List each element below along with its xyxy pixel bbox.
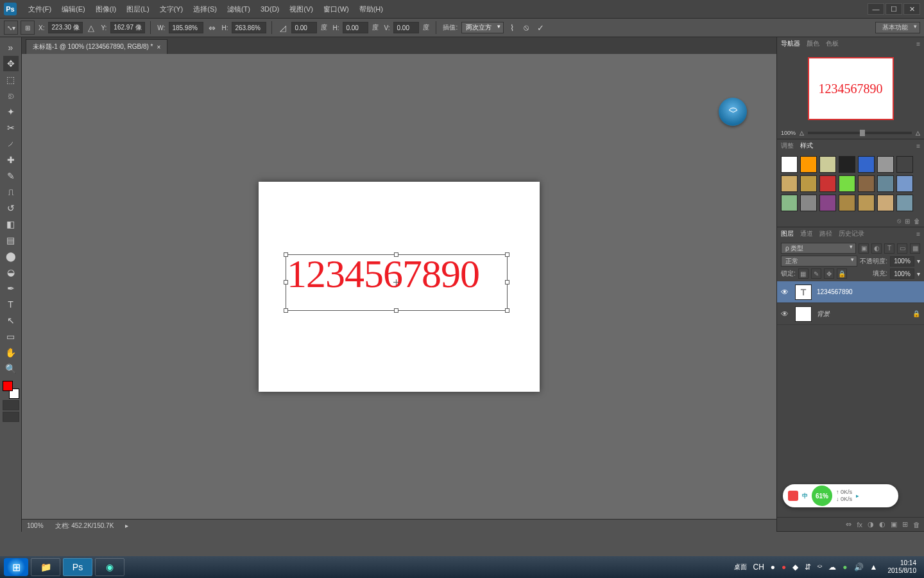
tab-close-icon[interactable]: × <box>157 44 160 51</box>
screenmode-row[interactable] <box>3 412 19 422</box>
blur-tool[interactable]: ⬤ <box>3 249 19 264</box>
w-field[interactable] <box>169 22 203 33</box>
system-widget[interactable]: 中 61% ↑ 0K/s ↓ 0K/s ▸ <box>783 484 898 507</box>
close-button[interactable]: ✕ <box>903 3 920 15</box>
handle-tl[interactable] <box>284 252 288 257</box>
mask-icon[interactable]: ◑ <box>868 520 874 529</box>
panel-menu-icon[interactable]: ≡ <box>916 40 924 48</box>
link-layers-icon[interactable]: ⇔ <box>846 520 851 529</box>
canvas-area[interactable]: 1234567890 ⌔ <box>22 54 776 519</box>
x-field[interactable] <box>48 22 83 33</box>
path-select-tool[interactable]: ↖ <box>3 313 19 328</box>
filter-adjust-icon[interactable]: ◐ <box>871 243 882 254</box>
new-layer-icon[interactable]: ⊞ <box>902 520 908 529</box>
collapse-icon[interactable]: » <box>3 40 19 55</box>
tab-adjustments[interactable]: 调整 <box>781 141 794 150</box>
interpolation-dropdown[interactable]: 两次立方 <box>461 22 504 33</box>
tray-desktop-label[interactable]: 桌面 <box>734 563 747 572</box>
transform-tool-icon[interactable]: ⤡▾ <box>4 21 18 35</box>
new-style-icon[interactable]: ⊞ <box>905 218 910 225</box>
foreground-color-swatch[interactable] <box>3 381 13 391</box>
widget-arrow-icon[interactable]: ▸ <box>856 493 859 499</box>
tab-color[interactable]: 颜色 <box>807 39 819 48</box>
transform-bounding-box[interactable] <box>286 254 508 311</box>
style-swatch[interactable] <box>800 195 817 211</box>
style-swatch[interactable] <box>877 175 894 192</box>
tray-icon[interactable]: ● <box>843 563 847 572</box>
lasso-tool[interactable]: ⟄ <box>3 88 19 103</box>
blend-mode-dropdown[interactable]: 正常 <box>781 256 857 267</box>
skew-v-field[interactable] <box>393 22 419 33</box>
visibility-icon[interactable]: 👁 <box>781 310 790 319</box>
angle-field[interactable] <box>291 22 317 33</box>
filter-smart-icon[interactable]: ▦ <box>910 243 920 254</box>
clock[interactable]: 10:14 2015/8/10 <box>884 559 921 575</box>
style-swatch[interactable] <box>819 195 836 211</box>
type-tool[interactable]: T <box>3 297 19 312</box>
color-swatches[interactable] <box>3 381 19 399</box>
handle-ml[interactable] <box>284 280 288 285</box>
menu-filter[interactable]: 滤镜(T) <box>222 4 255 14</box>
zoom-level[interactable]: 100% <box>27 522 44 529</box>
style-swatch[interactable] <box>896 195 913 211</box>
zoom-tool[interactable]: 🔍 <box>3 361 19 376</box>
history-brush-tool[interactable]: ↺ <box>3 200 19 216</box>
crop-tool[interactable]: ✂ <box>3 120 19 136</box>
handle-mr[interactable] <box>505 280 509 285</box>
handle-tm[interactable] <box>394 252 398 257</box>
style-swatch[interactable] <box>858 195 875 211</box>
zoom-out-icon[interactable]: △ <box>800 130 804 136</box>
menu-edit[interactable]: 编辑(E) <box>56 4 90 14</box>
reference-point-icon[interactable]: ⊞ <box>21 21 35 35</box>
taskbar-photoshop[interactable]: Ps <box>63 558 92 576</box>
menu-help[interactable]: 帮助(H) <box>354 4 388 14</box>
menu-type[interactable]: 文字(Y) <box>155 4 189 14</box>
opacity-field[interactable] <box>890 256 914 267</box>
menu-file[interactable]: 文件(F) <box>23 4 56 14</box>
navigator-zoom-slider[interactable] <box>808 132 912 134</box>
style-swatch[interactable] <box>839 156 855 173</box>
quickmask-row[interactable] <box>3 400 19 410</box>
tray-flag-icon[interactable]: ▲ <box>870 563 878 572</box>
navigator-body[interactable]: 1234567890 <box>777 50 924 127</box>
handle-bl[interactable] <box>284 308 288 313</box>
stamp-tool[interactable]: ⎍ <box>3 184 19 200</box>
style-swatch[interactable] <box>800 156 817 173</box>
clear-style-icon[interactable]: ⦸ <box>897 217 901 225</box>
style-swatch[interactable] <box>819 156 836 173</box>
start-button[interactable]: ⊞ <box>4 558 28 576</box>
wand-tool[interactable]: ✦ <box>3 104 19 119</box>
style-swatch[interactable] <box>819 175 836 192</box>
marquee-tool[interactable]: ⬚ <box>3 72 19 87</box>
shape-tool[interactable]: ▭ <box>3 329 19 344</box>
navigator-thumbnail[interactable]: 1234567890 <box>808 57 894 120</box>
document-tab[interactable]: 未标题-1 @ 100% (1234567890, RGB/8) * × <box>26 39 167 54</box>
menu-image[interactable]: 图像(I) <box>90 4 121 14</box>
cancel-transform-icon[interactable]: ⦸ <box>520 22 532 33</box>
dodge-tool[interactable]: ◒ <box>3 265 19 280</box>
handle-bm[interactable] <box>394 308 398 313</box>
layer-thumbnail[interactable] <box>795 306 812 322</box>
tab-channels[interactable]: 通道 <box>800 229 813 238</box>
pen-tool[interactable]: ✒ <box>3 281 19 296</box>
tab-paths[interactable]: 路径 <box>819 229 832 238</box>
fill-field[interactable] <box>890 268 914 279</box>
style-swatch[interactable] <box>858 156 875 173</box>
lock-paint-icon[interactable]: ✎ <box>811 268 821 279</box>
tray-ime[interactable]: CH <box>753 563 764 572</box>
hand-tool[interactable]: ✋ <box>3 345 19 360</box>
layer-name[interactable]: 1234567890 <box>817 288 853 295</box>
taskbar-explorer[interactable]: 📁 <box>31 558 60 576</box>
menu-window[interactable]: 窗口(W) <box>318 4 354 14</box>
style-swatch[interactable] <box>781 156 798 173</box>
layer-item-text[interactable]: 👁 T 1234567890 <box>777 281 924 303</box>
layer-item-background[interactable]: 👁 背景 🔒 <box>777 303 924 325</box>
tab-styles[interactable]: 样式 <box>800 141 813 150</box>
xy-delta-icon[interactable]: △ <box>85 22 97 33</box>
taskbar-browser[interactable]: ◉ <box>95 558 124 576</box>
tray-volume-icon[interactable]: 🔊 <box>854 563 864 572</box>
tray-cloud-icon[interactable]: ☁ <box>828 563 836 572</box>
filter-shape-icon[interactable]: ▭ <box>897 243 907 254</box>
fx-icon[interactable]: fx <box>857 521 862 529</box>
eyedropper-tool[interactable]: ⟋ <box>3 136 19 152</box>
